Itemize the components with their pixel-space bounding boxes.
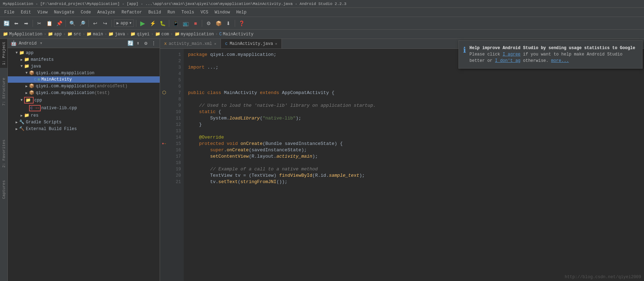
expand-qiyei-test[interactable]: ▶ (24, 91, 29, 95)
toolbar-avd-btn[interactable]: 📺 (181, 19, 190, 28)
breadcrumb-myapplication[interactable]: 📁 MyApplication (3, 31, 42, 37)
expand-cpp[interactable]: ▼ (19, 98, 24, 102)
line-num-6: 6 (168, 83, 181, 90)
tree-item-main-activity[interactable]: C m MainActivity (8, 76, 160, 83)
menu-window[interactable]: Window (212, 9, 233, 16)
breadcrumb-myapplication2[interactable]: 📁 myapplication (175, 31, 214, 37)
breadcrumb-mainactivity[interactable]: C MainActivity (219, 32, 253, 37)
breadcrumb-main[interactable]: 📁 main (86, 31, 103, 37)
tab-close-activity-main[interactable]: ✕ (214, 42, 216, 46)
toolbar-copy-btn[interactable]: 📋 (45, 19, 53, 28)
tree-item-qiyei-pkg[interactable]: ▼ 📦 qiyei.com.myapplication (8, 70, 160, 76)
toolbar-sep-6 (169, 20, 169, 27)
toolbar-run-btn[interactable]: ▶ (138, 19, 147, 28)
toolbar-search-btn[interactable]: 🔍 (68, 19, 76, 28)
code-content[interactable]: package qiyei.com.myapplication; import … (184, 49, 644, 281)
breadcrumb-qiyei[interactable]: 📁 qiyei (130, 31, 149, 37)
tree-label-qiyei-pkg: qiyei.com.myapplication (36, 71, 95, 76)
notification-more-link[interactable]: more... (551, 58, 569, 63)
toolbar-sync-btn[interactable]: 🔄 (2, 19, 11, 28)
gutter-5 (160, 77, 168, 83)
menu-run[interactable]: Run (165, 9, 178, 16)
tree-label-external-build-files: External Build Files (26, 127, 77, 131)
toolbar-undo-btn[interactable]: ↩ (91, 19, 99, 28)
menu-analyze[interactable]: Analyze (95, 9, 118, 16)
menu-build[interactable]: Build (146, 9, 164, 16)
toolbar-stop-btn[interactable]: ■ (191, 19, 200, 28)
tree-item-res[interactable]: ▶ 📁 res (8, 112, 160, 119)
tree-label-gradle-scripts: Gradle Scripts (26, 120, 62, 125)
toolbar-download-btn[interactable]: ⬇ (224, 19, 233, 28)
toolbar-profile-btn[interactable]: ⚡ (148, 19, 157, 28)
breadcrumb-app[interactable]: 📁 app (48, 31, 62, 37)
external-build-icon: 🔨 (19, 126, 24, 131)
tree-label-main-activity: MainActivity (41, 77, 72, 82)
project-collapse-icon[interactable]: ⬆ (135, 40, 141, 47)
expand-app[interactable]: ▼ (14, 51, 19, 55)
line-num-1: 1 (168, 52, 181, 58)
tab-close-main-activity[interactable]: ✕ (275, 42, 277, 46)
sidebar-tab-structure[interactable]: 7: Structure (0, 75, 7, 109)
menu-refactor[interactable]: Refactor (119, 9, 145, 16)
sidebar-tab-favorites[interactable]: 2: Favorites (0, 137, 7, 170)
gutter-6 (160, 83, 168, 90)
sidebar-tab-project[interactable]: 1: Project (0, 39, 7, 68)
toolbar-debug-btn[interactable]: 🐛 (158, 19, 167, 28)
toolbar-forward-btn[interactable]: ➡ (22, 19, 30, 28)
tab-label-activity-main: activity_main.xml (169, 41, 212, 46)
breadcrumb-java[interactable]: 📁 java (108, 31, 125, 37)
menu-help[interactable]: Help (233, 9, 249, 16)
line-num-3: 3 (168, 64, 181, 71)
tree-item-gradle-scripts[interactable]: ▶ 🔧 Gradle Scripts (8, 119, 160, 125)
menu-navigate[interactable]: Navigate (51, 9, 77, 16)
app-selector[interactable]: ▶app▼ (114, 19, 134, 27)
tree-item-cpp[interactable]: ▼ 📁 cpp (8, 96, 160, 104)
notification-agree-link[interactable]: I agree (503, 52, 520, 57)
sidebar-tab-captures[interactable]: Captures (0, 177, 7, 202)
tree-item-app[interactable]: ▼ 📁 app (8, 49, 160, 56)
code-editor[interactable]: ⬡ ● → (160, 49, 644, 281)
tree-label-cpp: cpp (34, 98, 42, 103)
menu-file[interactable]: File (1, 9, 17, 16)
toolbar-sep-1 (33, 20, 33, 27)
toolbar-back-btn[interactable]: ⬅ (12, 19, 21, 28)
expand-native-lib (24, 106, 29, 110)
tree-item-qiyei-android-test[interactable]: ▶ 📦 qiyei.com.myapplication (androidTest… (8, 83, 160, 89)
tree-item-manifests[interactable]: ▶ 📁 manifests (8, 56, 160, 63)
expand-qiyei-android-test[interactable]: ▶ (24, 84, 29, 88)
expand-manifests[interactable]: ▶ (19, 58, 24, 62)
project-sync-icon[interactable]: 🔄 (127, 40, 133, 47)
expand-res[interactable]: ▶ (19, 113, 24, 118)
tree-item-java[interactable]: ▼ 📁 java (8, 63, 160, 70)
tree-item-qiyei-test[interactable]: ▶ 📦 qiyei.com.myapplication (test) (8, 89, 160, 96)
menu-vcs[interactable]: VCS (198, 9, 211, 16)
notification-disagree-link[interactable]: I don't ag (495, 58, 520, 63)
breadcrumb-src[interactable]: 📁 src (67, 31, 81, 37)
expand-external-build-files[interactable]: ▶ (14, 127, 19, 131)
project-header: 🤖 Android ▼ 🔄 ⬆ ⚙ ⋮ (8, 39, 160, 48)
toolbar-help-btn[interactable]: ❓ (237, 19, 246, 28)
title-text: MyApplication - [F:\android_project\MyAp… (3, 2, 346, 6)
toolbar-redo-btn[interactable]: ↪ (101, 19, 109, 28)
expand-java[interactable]: ▼ (19, 64, 24, 68)
breadcrumb-com[interactable]: 📁 com (155, 31, 169, 37)
tab-activity-main-xml[interactable]: X activity_main.xml ✕ (160, 39, 221, 48)
expand-gradle-scripts[interactable]: ▶ (14, 120, 19, 124)
toolbar-device-btn[interactable]: 📱 (171, 19, 180, 28)
tab-main-activity-java[interactable]: C MainActivity.java ✕ (221, 39, 282, 48)
menu-code[interactable]: Code (78, 9, 94, 16)
expand-qiyei-pkg[interactable]: ▼ (24, 71, 29, 75)
android-dropdown-arrow[interactable]: ▼ (40, 42, 42, 45)
project-settings-icon[interactable]: ⚙ (143, 40, 149, 47)
tree-item-native-lib[interactable]: C ++ native-lib.cpp (8, 104, 160, 112)
toolbar-settings-btn[interactable]: ⚙ (204, 19, 213, 28)
menu-edit[interactable]: Edit (18, 9, 34, 16)
toolbar-sdk-btn[interactable]: 📦 (214, 19, 223, 28)
toolbar-replace-btn[interactable]: 🔎 (78, 19, 86, 28)
toolbar-cut-btn[interactable]: ✂ (35, 19, 44, 28)
menu-view[interactable]: View (35, 9, 51, 16)
project-more-icon[interactable]: ⋮ (150, 40, 157, 47)
toolbar-paste-btn[interactable]: 📌 (55, 19, 63, 28)
menu-tools[interactable]: Tools (179, 9, 197, 16)
tree-item-external-build-files[interactable]: ▶ 🔨 External Build Files (8, 125, 160, 132)
